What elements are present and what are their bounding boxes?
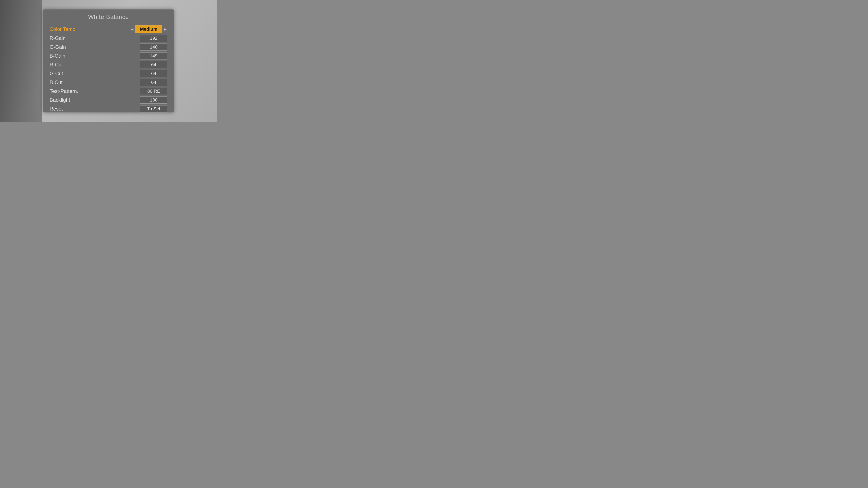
row-value: 140 <box>140 43 167 51</box>
page-title: White Balance <box>50 14 167 21</box>
table-row[interactable]: R-Gain192 <box>50 34 167 43</box>
row-label: G-Cut <box>50 71 63 76</box>
table-row[interactable]: Color Temp◄Medium► <box>50 25 167 34</box>
table-row[interactable]: ResetTo Set <box>50 104 167 113</box>
table-row[interactable]: B-Cut64 <box>50 78 167 87</box>
row-label: Reset <box>50 106 63 112</box>
row-value: 64 <box>140 79 167 86</box>
row-value: 64 <box>140 61 167 68</box>
row-value: 192 <box>140 35 167 42</box>
right-arrow-icon[interactable]: ► <box>163 27 167 32</box>
row-label: Backlight <box>50 97 70 103</box>
row-value: 64 <box>140 70 167 77</box>
row-value: To Set <box>140 105 167 112</box>
row-label: B-Gain <box>50 53 65 59</box>
row-value: Medium <box>135 26 162 33</box>
table-row[interactable]: G-Gain140 <box>50 43 167 52</box>
row-label: G-Gain <box>50 44 66 50</box>
row-value: 80IRE <box>140 88 167 95</box>
row-label: Test-Pattern. <box>50 88 78 94</box>
table-row[interactable]: Backlight100 <box>50 96 167 104</box>
background: White Balance Color Temp◄Medium►R-Gain19… <box>0 0 217 122</box>
table-row[interactable]: R-Cut64 <box>50 60 167 69</box>
menu-panel: White Balance Color Temp◄Medium►R-Gain19… <box>43 9 174 112</box>
row-value: 149 <box>140 52 167 60</box>
row-label: B-Cut <box>50 79 62 85</box>
row-label: R-Gain <box>50 35 66 41</box>
table-row[interactable]: Test-Pattern.80IRE <box>50 87 167 96</box>
row-label: Color Temp <box>50 26 75 32</box>
table-row[interactable]: B-Gain149 <box>50 52 167 60</box>
row-label: R-Cut <box>50 62 63 68</box>
menu-rows: Color Temp◄Medium►R-Gain192G-Gain140B-Ga… <box>50 25 167 113</box>
value-with-arrows: ◄Medium► <box>130 26 167 33</box>
row-value: 100 <box>140 96 167 104</box>
table-row[interactable]: G-Cut64 <box>50 69 167 78</box>
left-arrow-icon[interactable]: ◄ <box>130 27 134 32</box>
